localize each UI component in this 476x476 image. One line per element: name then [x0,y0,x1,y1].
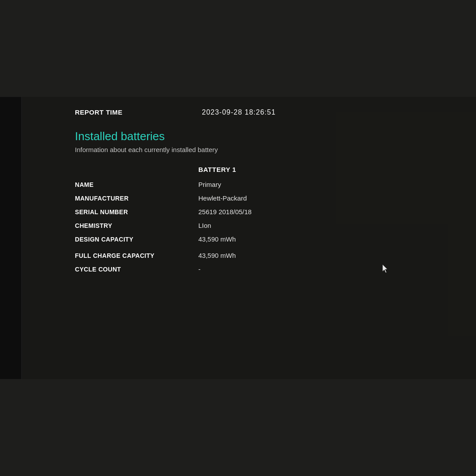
battery-value-manufacturer: Hewlett-Packard [198,194,247,202]
battery-label-chemistry: CHEMISTRY [75,222,198,229]
battery-label-manufacturer: MANUFACTURER [75,195,198,202]
battery-value-design-capacity: 43,590 mWh [198,235,236,243]
battery-label-serial: SERIAL NUMBER [75,208,198,216]
battery-row-name: NAME Primary [75,178,383,191]
battery-label-cycle-count: CYCLE COUNT [75,266,198,273]
report-time-label: REPORT TIME [75,108,123,116]
battery-row-design-capacity: DESIGN CAPACITY 43,590 mWh [75,232,383,246]
battery-table: BATTERY 1 NAME Primary MANUFACTURER Hewl… [75,166,383,276]
battery-value-serial: 25619 2018/05/18 [198,208,252,216]
report-time-value: 2023-09-28 18:26:51 [202,108,276,116]
section-subtitle: Information about each currently install… [75,146,458,153]
battery-row-manufacturer: MANUFACTURER Hewlett-Packard [75,191,383,205]
battery-label-name: NAME [75,181,198,188]
report-time-row: REPORT TIME 2023-09-28 18:26:51 [75,105,458,116]
battery-value-chemistry: LIon [198,222,211,229]
battery-value-name: Primary [198,181,221,188]
battery-header-row: BATTERY 1 [75,166,383,173]
battery-row-cycle-count: CYCLE COUNT - [75,262,383,276]
top-outside-area [0,0,476,97]
battery-value-cycle-count: - [198,265,201,273]
battery-header-spacer [75,166,198,173]
battery-row-chemistry: CHEMISTRY LIon [75,219,383,232]
screen-content: REPORT TIME 2023-09-28 18:26:51 Installe… [22,97,476,379]
battery-row-full-charge: FULL CHARGE CAPACITY 43,590 mWh [75,249,383,262]
outer-frame: REPORT TIME 2023-09-28 18:26:51 Installe… [0,0,476,476]
section-title: Installed batteries [75,130,458,143]
left-bezel [0,97,21,379]
mouse-cursor [383,264,388,271]
battery-value-full-charge: 43,590 mWh [198,252,236,259]
battery-column-header: BATTERY 1 [198,166,236,173]
battery-label-full-charge: FULL CHARGE CAPACITY [75,252,198,259]
battery-row-serial: SERIAL NUMBER 25619 2018/05/18 [75,205,383,219]
bottom-outside-area [0,379,476,476]
battery-label-design-capacity: DESIGN CAPACITY [75,236,198,243]
